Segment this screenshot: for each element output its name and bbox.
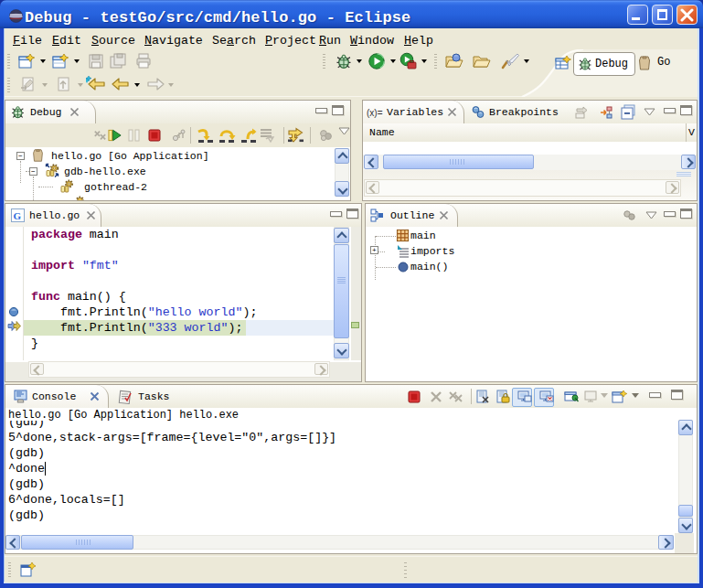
svg-text:G: G	[14, 210, 22, 221]
svg-text:(x)=: (x)=	[367, 108, 383, 118]
